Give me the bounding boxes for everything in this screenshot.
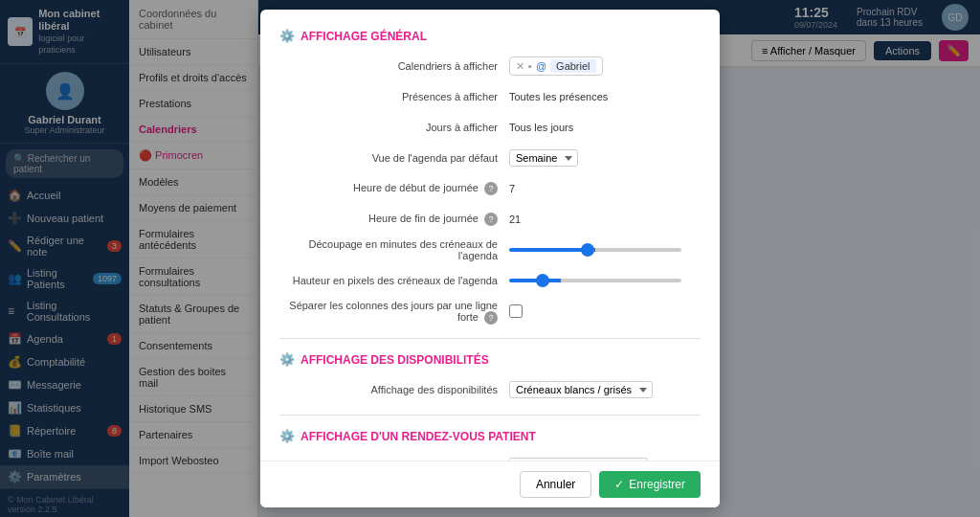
label-jours: Jours à afficher — [279, 122, 509, 133]
row-jours: Jours à afficher Tous les jours — [279, 116, 701, 139]
section-affichage-general: ⚙️ AFFICHAGE GÉNÉRAL — [279, 29, 701, 43]
row-presences: Présences à afficher Toutes les présence… — [279, 85, 701, 108]
divider-2 — [279, 415, 701, 416]
row-vue-agenda: Vue de l'agenda par défaut Semaine Jour … — [279, 146, 701, 169]
label-heure-fin: Heure de fin de journée ? — [279, 213, 509, 226]
tag-at-icon: @ — [536, 60, 546, 72]
save-button[interactable]: ✓ Enregistrer — [599, 471, 701, 498]
label-vue-agenda: Vue de l'agenda par défaut — [279, 152, 509, 164]
cancel-button[interactable]: Annuler — [520, 471, 591, 498]
label-presences: Présences à afficher — [279, 91, 509, 102]
value-separer — [509, 304, 701, 320]
divider-1 — [279, 338, 701, 339]
separer-checkbox[interactable] — [509, 304, 523, 318]
rdv-section-icon: ⚙️ — [279, 429, 295, 443]
value-heure-debut: 7 — [509, 183, 701, 194]
settings-modal: ⚙️ AFFICHAGE GÉNÉRAL Calendriers à affic… — [260, 10, 720, 507]
decoupage-slider[interactable] — [509, 248, 681, 252]
section-rdv: ⚙️ AFFICHAGE D'UN RENDEZ-VOUS PATIENT — [279, 429, 701, 443]
settings-section-icon: ⚙️ — [279, 29, 295, 43]
row-heure-fin: Heure de fin de journée ? 21 — [279, 208, 701, 231]
row-heure-debut: Heure de début de journée ? 7 — [279, 177, 701, 200]
hauteur-slider[interactable] — [509, 279, 681, 282]
value-affichage-dispo: Créneaux blancs / grisés Autre — [509, 381, 701, 398]
section-disponibilites: ⚙️ AFFICHAGE DES DISPONIBILITÉS — [279, 352, 701, 367]
row-separer: Séparer les colonnes des jours par une l… — [279, 300, 701, 325]
row-affichage-dispo: Affichage des disponibilités Créneaux bl… — [279, 378, 701, 401]
modal-body: ⚙️ AFFICHAGE GÉNÉRAL Calendriers à affic… — [260, 10, 720, 507]
value-heure-fin: 21 — [509, 214, 701, 225]
checkmark-icon: ✓ — [614, 478, 624, 491]
value-calendriers: ✕ ▪ @ Gabriel — [509, 56, 701, 76]
row-calendriers: Calendriers à afficher ✕ ▪ @ Gabriel — [279, 55, 701, 78]
heure-fin-info-icon[interactable]: ? — [484, 213, 498, 226]
label-affichage-dispo: Affichage des disponibilités — [279, 384, 509, 395]
value-decoupage — [509, 248, 701, 252]
section-affichage-general-title: AFFICHAGE GÉNÉRAL — [301, 30, 427, 43]
value-presences: Toutes les présences — [509, 91, 701, 102]
modal-footer: Annuler ✓ Enregistrer — [260, 461, 720, 507]
section-disponibilites-title: AFFICHAGE DES DISPONIBILITÉS — [301, 353, 489, 367]
value-jours: Tous les jours — [509, 122, 701, 133]
calendriers-tag-box[interactable]: ✕ ▪ @ Gabriel — [509, 56, 603, 76]
tag-close-square[interactable]: ▪ — [528, 60, 532, 72]
row-hauteur: Hauteur en pixels des créneaux de l'agen… — [279, 269, 701, 292]
separer-info-icon[interactable]: ? — [484, 311, 498, 325]
row-decoupage: Découpage en minutes des créneaux de l'a… — [279, 238, 701, 261]
tag-gabriel-label: Gabriel — [556, 60, 590, 72]
dispo-section-icon: ⚙️ — [279, 352, 295, 367]
value-vue-agenda: Semaine Jour Mois — [509, 149, 701, 167]
label-decoupage: Découpage en minutes des créneaux de l'a… — [279, 238, 509, 261]
label-separer: Séparer les colonnes des jours par une l… — [279, 300, 509, 325]
tag-gabriel: Gabriel — [550, 59, 595, 73]
value-hauteur — [509, 279, 701, 282]
heure-debut-info-icon[interactable]: ? — [484, 182, 498, 195]
tag-close-x[interactable]: ✕ — [516, 60, 524, 73]
modal-overlay: ⚙️ AFFICHAGE GÉNÉRAL Calendriers à affic… — [0, 0, 980, 517]
vue-agenda-select[interactable]: Semaine Jour Mois — [509, 149, 578, 167]
section-rdv-title: AFFICHAGE D'UN RENDEZ-VOUS PATIENT — [301, 430, 536, 443]
label-hauteur: Hauteur en pixels des créneaux de l'agen… — [279, 275, 509, 286]
label-heure-debut: Heure de début de journée ? — [279, 182, 509, 195]
label-calendriers: Calendriers à afficher — [279, 60, 509, 72]
affichage-dispo-select[interactable]: Créneaux blancs / grisés Autre — [509, 381, 653, 398]
